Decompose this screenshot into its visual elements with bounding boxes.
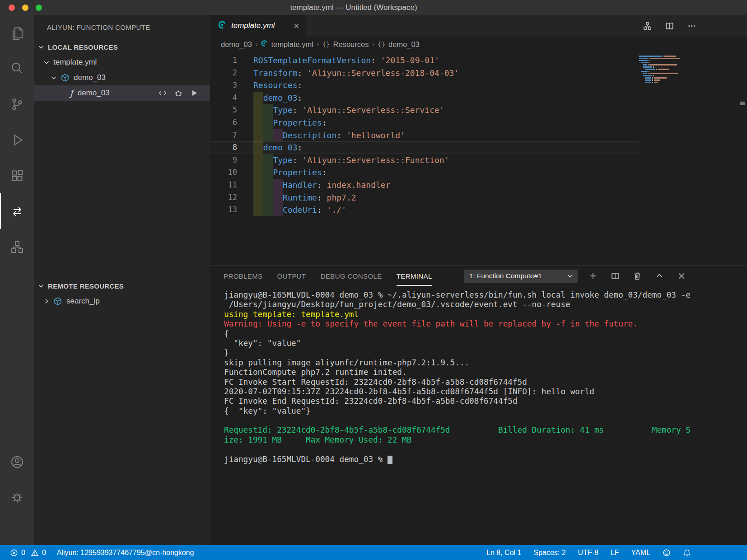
source-control-icon[interactable] <box>0 86 34 122</box>
run-local-play-icon[interactable] <box>190 89 198 97</box>
terminal-line: /Users/jiangyu/Desktop/fun_project/demo_… <box>224 300 747 309</box>
chevron-right-icon: › <box>372 40 374 49</box>
breadcrumb: demo_03 › template.yml › {} Resources › … <box>210 37 747 52</box>
close-panel-button[interactable] <box>677 271 686 280</box>
indentation-setting[interactable]: Spaces: 2 <box>533 549 565 557</box>
scrollbar-thumb[interactable] <box>740 102 745 105</box>
code-line-1[interactable]: 1ROSTemplateFormatVersion: '2015-09-01' <box>210 54 639 67</box>
explorer-icon[interactable] <box>0 15 34 51</box>
object-symbol-icon: {} <box>322 41 330 48</box>
error-icon <box>10 549 18 557</box>
chevron-down-icon <box>43 59 50 66</box>
search-icon[interactable] <box>0 51 34 86</box>
language-mode[interactable]: YAML <box>631 549 650 557</box>
terminal-line: RequestId: 23224cd0-2bf8-4b5f-a5b8-cd08f… <box>224 425 747 435</box>
minimize-window-button[interactable] <box>22 5 28 11</box>
new-terminal-button[interactable] <box>588 271 598 280</box>
eol-setting[interactable]: LF <box>611 549 619 557</box>
tree-item-template-yml[interactable]: template.yml <box>34 55 210 70</box>
breadcrumb-file[interactable]: template.yml <box>271 40 313 49</box>
zoom-window-button[interactable] <box>36 5 42 11</box>
encoding-setting[interactable]: UTF-8 <box>578 549 598 557</box>
warning-icon <box>31 549 39 557</box>
terminal-line: FunctionCompute php7.2 runtime inited. <box>224 368 747 377</box>
section-remote-resources[interactable]: REMOTE RESOURCES <box>34 278 210 294</box>
code-line-5[interactable]: 5Type: 'Aliyun::Serverless::Service' <box>210 104 639 117</box>
terminal-line: jiangyu@B-165MLVDL-0004 demo_03 % ~/.ali… <box>224 290 747 300</box>
code-line-10[interactable]: 10Properties: <box>210 166 639 179</box>
sidebar-title: ALIYUN: FUNCTION COMPUTE <box>34 15 210 39</box>
tab-terminal[interactable]: TERMINAL <box>397 266 432 286</box>
terminal-line: FC Invoke End RequestId: 23224cd0-2bf8-4… <box>224 397 747 406</box>
aliyun-function-compute-icon[interactable] <box>0 193 34 229</box>
extensions-icon[interactable] <box>0 158 34 193</box>
kill-terminal-trash-button[interactable] <box>633 271 642 280</box>
editor-group: template.yml demo_03 › template.yml › {}… <box>210 15 747 545</box>
terminal-line: using template: template.yml <box>224 310 747 319</box>
accounts-icon[interactable] <box>0 444 34 480</box>
tab-problems[interactable]: PROBLEMS <box>224 266 263 286</box>
window-title: template.yml — Untitled (Workspace) <box>290 0 417 15</box>
terminal-line <box>224 416 747 425</box>
chevron-down-icon <box>50 74 57 81</box>
section-local-resources[interactable]: LOCAL RESOURCES <box>34 39 210 55</box>
terminal-line: "key": "value" <box>224 339 747 348</box>
deploy-flow-button[interactable] <box>643 21 652 31</box>
debug-bug-icon[interactable] <box>174 89 182 97</box>
code-line-8[interactable]: 8demo_03: <box>210 141 639 154</box>
code-line-4[interactable]: 4demo_03: <box>210 92 639 104</box>
code-line-6[interactable]: 6Properties: <box>210 117 639 129</box>
terminal-cursor <box>388 456 392 464</box>
tab-debug-console[interactable]: DEBUG CONSOLE <box>321 266 382 286</box>
close-window-button[interactable] <box>9 5 15 11</box>
code-line-11[interactable]: 11Handler: index.handler <box>210 179 639 191</box>
tab-bar: template.yml <box>210 15 747 37</box>
problems-indicator[interactable]: 0 0 <box>10 549 46 557</box>
aliyun-file-icon <box>261 40 268 49</box>
split-editor-button[interactable] <box>665 21 674 31</box>
traffic-lights <box>9 5 42 11</box>
code-action-icon[interactable] <box>159 89 167 97</box>
tree-item-service-demo03[interactable]: demo_03 <box>34 70 210 85</box>
activity-bar <box>0 15 34 545</box>
function-glyph-icon: ƒ <box>70 88 73 98</box>
code-line-13[interactable]: 13CodeUri: './' <box>210 204 639 216</box>
minimap[interactable] <box>639 56 690 84</box>
chevron-right-icon <box>43 298 50 305</box>
more-actions-button[interactable] <box>687 21 696 31</box>
breadcrumb-folder[interactable]: demo_03 <box>221 40 252 49</box>
terminal-line <box>224 445 747 454</box>
split-terminal-button[interactable] <box>611 271 620 280</box>
tree-item-search-ip[interactable]: search_ip <box>34 294 210 309</box>
chevron-down-icon <box>37 282 45 289</box>
code-line-3[interactable]: 3Resources: <box>210 79 639 92</box>
breadcrumb-symbol-res[interactable]: Resources <box>333 40 369 49</box>
status-bar: 0 0 Aliyun: 1295939377467795@cn-hongkong… <box>0 545 747 560</box>
close-tab-icon[interactable] <box>292 22 300 30</box>
code-line-2[interactable]: 2Transform: 'Aliyun::Serverless-2018-04-… <box>210 67 639 79</box>
code-line-7[interactable]: 7Description: 'helloworld' <box>210 129 639 142</box>
aliyun-account-status[interactable]: Aliyun: 1295939377467795@cn-hongkong <box>57 549 194 557</box>
code-line-9[interactable]: 9Type: 'Aliyun::Serverless::Function' <box>210 154 639 167</box>
service-cube-icon <box>61 73 70 82</box>
terminal-output[interactable]: jiangyu@B-165MLVDL-0004 demo_03 % ~/.ali… <box>210 286 747 545</box>
terminal-instance-select[interactable]: 1: Function Compute#1 <box>464 270 578 283</box>
settings-gear-icon[interactable] <box>0 480 34 515</box>
tree-item-function-demo03[interactable]: ƒ demo_03 <box>34 85 210 101</box>
tab-template-yml[interactable]: template.yml <box>210 15 306 37</box>
remote-resources-section: REMOTE RESOURCES search_ip <box>34 278 210 309</box>
serverless-flow-icon[interactable] <box>0 229 34 265</box>
minimap-content <box>639 56 690 84</box>
maximize-panel-button[interactable] <box>655 271 664 280</box>
code-editor[interactable]: 1ROSTemplateFormatVersion: '2015-09-01'2… <box>210 52 747 266</box>
tab-label: template.yml <box>231 21 275 30</box>
tab-output[interactable]: OUTPUT <box>277 266 306 286</box>
breadcrumb-symbol-demo[interactable]: demo_03 <box>388 40 420 49</box>
feedback-smiley-icon[interactable] <box>663 549 671 557</box>
panel-header: PROBLEMS OUTPUT DEBUG CONSOLE TERMINAL 1… <box>210 266 747 286</box>
terminal-line: { <box>224 329 747 339</box>
notifications-bell-icon[interactable] <box>683 549 691 557</box>
run-debug-icon[interactable] <box>0 122 34 158</box>
cursor-position[interactable]: Ln 8, Col 1 <box>486 549 521 557</box>
code-line-12[interactable]: 12Runtime: php7.2 <box>210 191 639 204</box>
